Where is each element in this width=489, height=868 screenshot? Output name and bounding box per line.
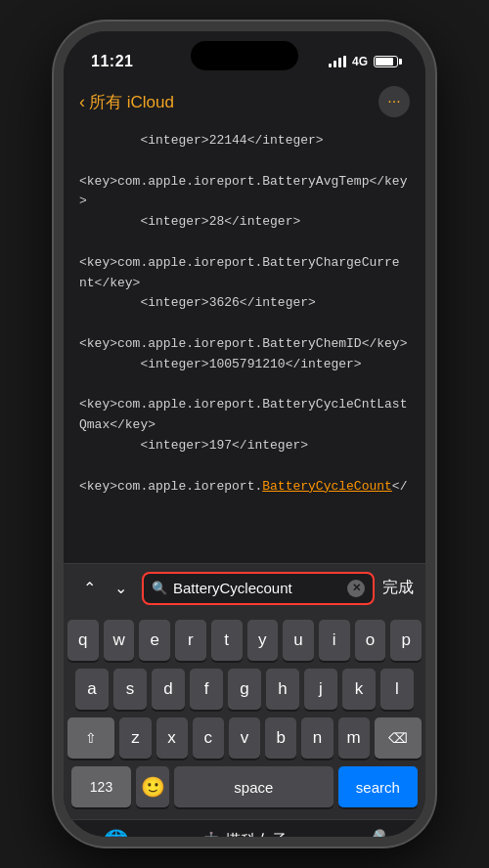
code-line-14 bbox=[79, 456, 410, 477]
code-line-11 bbox=[79, 375, 410, 396]
key-n[interactable]: n bbox=[301, 717, 333, 759]
search-field-container: 🔍 BatteryCyclecount ✕ bbox=[142, 572, 375, 605]
key-l[interactable]: l bbox=[380, 669, 414, 710]
back-label: 所有 iCloud bbox=[89, 91, 174, 113]
code-line-7: <integer>3626</integer> bbox=[79, 293, 410, 314]
network-indicator: 4G bbox=[352, 55, 368, 68]
code-line-15: <key>com.apple.ioreport.BatteryCycleCoun… bbox=[79, 477, 410, 498]
key-v[interactable]: v bbox=[229, 717, 260, 759]
key-r[interactable]: r bbox=[175, 620, 206, 661]
signal-bar-3 bbox=[338, 58, 341, 67]
key-delete[interactable]: ⌫ bbox=[375, 717, 422, 759]
content-area: <integer>22144</integer> <key>com.apple.… bbox=[64, 123, 425, 563]
keyboard-row-3: ⇧ z x c v b n m ⌫ bbox=[67, 717, 422, 759]
key-e[interactable]: e bbox=[139, 620, 170, 661]
key-i[interactable]: i bbox=[319, 620, 350, 661]
key-s[interactable]: s bbox=[113, 669, 147, 710]
dynamic-island bbox=[191, 41, 298, 70]
brand-text: 🤖 塔科女子 bbox=[201, 831, 288, 846]
code-line-5 bbox=[79, 233, 410, 253]
phone-frame: 11:21 4G ‹ 所有 iCloud ··· <integer>22144<… bbox=[54, 22, 435, 846]
keyboard-row-4: 123 🙂 space search bbox=[67, 766, 422, 807]
keyboard: q w e r t y u i o p a s d f g h j k l ⇧ … bbox=[64, 612, 425, 819]
key-d[interactable]: d bbox=[152, 669, 185, 710]
search-bar-area: ⌃ ⌄ 🔍 BatteryCyclecount ✕ 完成 bbox=[64, 563, 425, 612]
key-shift[interactable]: ⇧ bbox=[67, 717, 114, 759]
key-p[interactable]: p bbox=[390, 620, 422, 661]
bottom-bar: 🌐 🤖 塔科女子 🎤 bbox=[64, 819, 425, 846]
key-search[interactable]: search bbox=[338, 766, 418, 807]
key-q[interactable]: q bbox=[67, 620, 99, 661]
keyboard-row-2: a s d f g h j k l bbox=[67, 669, 422, 710]
key-a[interactable]: a bbox=[75, 669, 109, 710]
search-icon: 🔍 bbox=[152, 581, 167, 595]
battery-icon bbox=[374, 56, 398, 67]
arrow-down-button[interactable]: ⌄ bbox=[107, 575, 134, 602]
key-h[interactable]: h bbox=[266, 669, 299, 710]
key-z[interactable]: z bbox=[119, 717, 151, 759]
key-space[interactable]: space bbox=[174, 766, 333, 807]
search-input[interactable]: BatteryCyclecount bbox=[173, 580, 341, 596]
keyboard-row-1: q w e r t y u i o p bbox=[67, 620, 422, 661]
more-button[interactable]: ··· bbox=[378, 86, 410, 117]
key-x[interactable]: x bbox=[156, 717, 188, 759]
signal-bars bbox=[329, 56, 346, 67]
key-u[interactable]: u bbox=[283, 620, 314, 661]
key-j[interactable]: j bbox=[304, 669, 337, 710]
key-numbers[interactable]: 123 bbox=[71, 766, 131, 807]
key-y[interactable]: y bbox=[247, 620, 279, 661]
microphone-icon[interactable]: 🎤 bbox=[360, 829, 386, 847]
key-o[interactable]: o bbox=[355, 620, 386, 661]
code-line-4: <integer>28</integer> bbox=[79, 212, 410, 233]
search-clear-button[interactable]: ✕ bbox=[347, 580, 365, 597]
status-icons: 4G bbox=[329, 55, 398, 68]
key-f[interactable]: f bbox=[190, 669, 223, 710]
signal-bar-4 bbox=[343, 56, 346, 67]
more-icon: ··· bbox=[387, 93, 400, 110]
chevron-left-icon: ‹ bbox=[79, 92, 85, 112]
code-line-6: <key>com.apple.ioreport.BatteryChargeCur… bbox=[79, 253, 410, 294]
globe-icon[interactable]: 🌐 bbox=[103, 829, 129, 847]
code-line-8 bbox=[79, 314, 410, 334]
signal-bar-1 bbox=[329, 64, 332, 67]
key-t[interactable]: t bbox=[211, 620, 243, 661]
code-line-9: <key>com.apple.ioreport.BatteryChemID</k… bbox=[79, 334, 410, 355]
code-line-1: <integer>22144</integer> bbox=[79, 131, 410, 152]
key-b[interactable]: b bbox=[265, 717, 296, 759]
code-line-10: <integer>1005791210</integer> bbox=[79, 355, 410, 375]
arrow-up-button[interactable]: ⌃ bbox=[75, 575, 103, 602]
code-line-12: <key>com.apple.ioreport.BatteryCycleCntL… bbox=[79, 395, 410, 436]
code-line-2 bbox=[79, 152, 410, 172]
status-time: 11:21 bbox=[91, 53, 133, 70]
signal-bar-2 bbox=[333, 61, 336, 67]
code-line-13: <integer>197</integer> bbox=[79, 436, 410, 456]
code-line-3: <key>com.apple.ioreport.BatteryAvgTemp</… bbox=[79, 172, 410, 213]
key-g[interactable]: g bbox=[228, 669, 261, 710]
key-k[interactable]: k bbox=[342, 669, 376, 710]
key-c[interactable]: c bbox=[193, 717, 224, 759]
done-button[interactable]: 完成 bbox=[382, 578, 414, 598]
battery-fill bbox=[376, 58, 393, 65]
key-w[interactable]: w bbox=[104, 620, 135, 661]
key-emoji[interactable]: 🙂 bbox=[136, 766, 169, 807]
key-m[interactable]: m bbox=[338, 717, 370, 759]
nav-arrows: ⌃ ⌄ bbox=[75, 575, 134, 602]
nav-bar: ‹ 所有 iCloud ··· bbox=[64, 80, 425, 123]
back-button[interactable]: ‹ 所有 iCloud bbox=[79, 91, 174, 113]
